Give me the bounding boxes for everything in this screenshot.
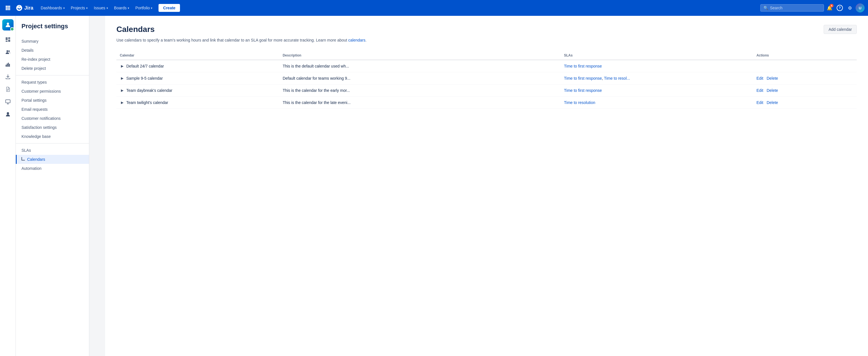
svg-point-24 <box>7 112 9 115</box>
svg-rect-2 <box>9 6 10 7</box>
settings-nav: Summary Details Re-index project Delete … <box>16 37 89 173</box>
sidebar-icon-download[interactable] <box>2 71 13 83</box>
delete-link[interactable]: Delete <box>767 88 778 93</box>
svg-rect-4 <box>7 7 9 9</box>
icon-sidebar <box>0 16 16 356</box>
page-body: Calendars Add calendar Use calendars to … <box>105 16 868 356</box>
top-navigation: Jira Dashboards ▾ Projects ▾ Issues ▾ Bo… <box>0 0 868 16</box>
avatar-status-badge <box>10 27 14 31</box>
add-calendar-button[interactable]: Add calendar <box>824 25 857 34</box>
sla-link[interactable]: Time to first response <box>564 88 602 93</box>
topnav-right: 🔍 🔔 4 ? ⚙ U <box>761 3 865 12</box>
sidebar-icon-monitor[interactable] <box>2 96 13 107</box>
nav-boards[interactable]: Boards ▾ <box>111 4 132 12</box>
nav-dashboards[interactable]: Dashboards ▾ <box>38 4 67 12</box>
page-title-area: Project settings <box>16 23 89 37</box>
edit-link[interactable]: Edit <box>756 76 763 80</box>
sla-link[interactable]: Time to resolution <box>564 100 595 105</box>
svg-rect-11 <box>8 37 10 39</box>
nav-divider-1 <box>16 75 89 75</box>
jira-logo[interactable]: Jira <box>13 4 36 11</box>
svg-rect-5 <box>9 7 10 9</box>
svg-rect-7 <box>7 9 9 10</box>
sidebar-icon-people[interactable] <box>2 46 13 58</box>
notifications-button[interactable]: 🔔 4 <box>825 3 834 12</box>
nav-reindex[interactable]: Re-index project <box>16 55 89 64</box>
cal-actions-cell: Edit Delete <box>753 72 857 85</box>
sla-link-2[interactable]: Time to resol... <box>604 76 630 80</box>
settings-button[interactable]: ⚙ <box>845 3 855 12</box>
cal-name-cell: ▶ Default 24/7 calendar <box>116 60 279 72</box>
nav-details[interactable]: Details <box>16 46 89 55</box>
col-header-actions: Actions <box>753 51 857 60</box>
help-button[interactable]: ? <box>835 3 844 12</box>
sla-link[interactable]: Time to first response <box>564 76 602 80</box>
row-expand-button[interactable]: ▶ <box>120 88 125 93</box>
nav-calendars[interactable]: Calendars <box>16 155 89 164</box>
nav-knowledge-base[interactable]: Knowledge base <box>16 132 89 141</box>
nav-slas[interactable]: SLAs <box>16 146 89 155</box>
search-icon: 🔍 <box>764 6 768 10</box>
svg-rect-12 <box>8 39 10 42</box>
cal-actions-cell <box>753 60 857 72</box>
delete-link[interactable]: Delete <box>767 76 778 80</box>
nav-issues[interactable]: Issues ▾ <box>91 4 111 12</box>
main-navigation: Dashboards ▾ Projects ▾ Issues ▾ Boards … <box>38 4 155 12</box>
nav-portal-settings[interactable]: Portal settings <box>16 96 89 105</box>
calendars-description: Use calendars to specify a team's workin… <box>116 37 857 43</box>
sidebar-icon-board[interactable] <box>2 34 13 45</box>
cal-name-cell: ▶ Team daybreak's calendar <box>116 85 279 97</box>
cal-desc-cell: This is the calendar for the early mor..… <box>279 85 561 97</box>
cal-slas-cell: Time to first response, Time to resol... <box>561 72 753 85</box>
user-avatar[interactable]: U <box>856 3 865 12</box>
search-bar[interactable]: 🔍 <box>761 4 824 11</box>
app-layout: Project settings Summary Details Re-inde… <box>0 16 868 356</box>
chevron-down-icon: ▾ <box>63 6 65 10</box>
row-expand-button[interactable]: ▶ <box>120 100 125 105</box>
edit-link[interactable]: Edit <box>756 88 763 93</box>
edit-link[interactable]: Edit <box>756 100 763 105</box>
nav-projects[interactable]: Projects ▾ <box>68 4 91 12</box>
table-header: Calendar Description SLAs Actions <box>116 51 857 60</box>
svg-rect-3 <box>6 7 7 9</box>
page-title: Project settings <box>22 23 83 30</box>
nav-portfolio[interactable]: Portfolio ▾ <box>132 4 155 12</box>
calendars-learn-more-link[interactable]: calendars <box>348 38 366 42</box>
sidebar-icon-document[interactable] <box>2 84 13 95</box>
search-input[interactable] <box>770 6 821 10</box>
nav-email-requests[interactable]: Email requests <box>16 105 89 114</box>
project-avatar[interactable] <box>2 19 13 31</box>
apps-menu-button[interactable] <box>3 3 12 12</box>
col-header-slas: SLAs <box>561 51 753 60</box>
table-row: ▶ Team daybreak's calendar This is the c… <box>116 85 857 97</box>
table-body: ▶ Default 24/7 calendar This is the defa… <box>116 60 857 109</box>
sidebar-icon-user[interactable] <box>2 108 13 120</box>
svg-point-15 <box>8 51 10 52</box>
nav-request-types[interactable]: Request types <box>16 78 89 87</box>
svg-point-14 <box>6 50 8 52</box>
row-expand-button[interactable]: ▶ <box>120 76 125 81</box>
sla-link[interactable]: Time to first response <box>564 64 602 68</box>
chevron-down-icon: ▾ <box>106 6 108 10</box>
row-expand-button[interactable]: ▶ <box>120 64 125 69</box>
delete-link[interactable]: Delete <box>767 100 778 105</box>
create-button[interactable]: Create <box>158 4 180 12</box>
nav-sidebar: Project settings Summary Details Re-inde… <box>16 16 89 356</box>
nav-delete[interactable]: Delete project <box>16 64 89 73</box>
svg-point-9 <box>7 23 9 25</box>
logo-text: Jira <box>24 5 33 11</box>
nav-customer-permissions[interactable]: Customer permissions <box>16 87 89 96</box>
nav-summary[interactable]: Summary <box>16 37 89 46</box>
calendars-table: Calendar Description SLAs Actions ▶ Defa… <box>116 51 857 109</box>
col-header-calendar: Calendar <box>116 51 279 60</box>
nav-satisfaction-settings[interactable]: Satisfaction settings <box>16 123 89 132</box>
notification-badge: 4 <box>830 4 834 7</box>
nav-customer-notifications[interactable]: Customer notifications <box>16 114 89 123</box>
svg-rect-17 <box>7 64 8 67</box>
svg-rect-8 <box>9 9 10 10</box>
svg-rect-13 <box>6 41 8 42</box>
calendars-header: Calendars Add calendar <box>116 25 857 34</box>
svg-rect-16 <box>6 65 6 67</box>
sidebar-icon-chart[interactable] <box>2 59 13 70</box>
nav-automation[interactable]: Automation <box>16 164 89 173</box>
